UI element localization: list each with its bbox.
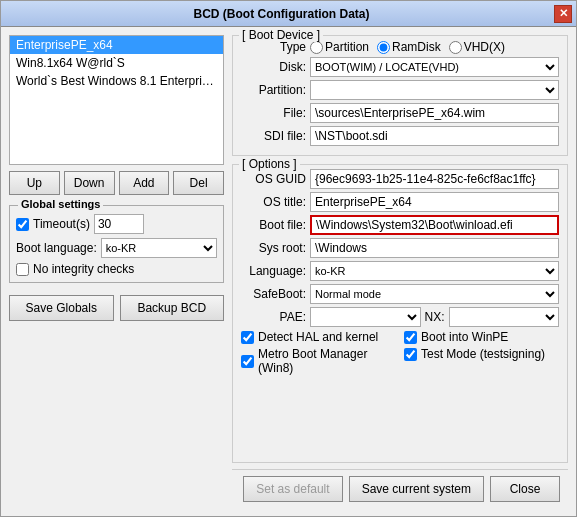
boot-language-label: Boot language: <box>16 241 97 255</box>
timeout-label: Timeout(s) <box>33 217 90 231</box>
metro-boot-label[interactable]: Metro Boot Manager (Win8) <box>241 347 396 375</box>
no-integrity-checkbox[interactable] <box>16 263 29 276</box>
pae-label: PAE: <box>241 310 306 324</box>
safeboot-row: SafeBoot: Normal mode <box>241 284 559 304</box>
boot-file-row: Boot file: <box>241 215 559 235</box>
test-mode-text: Test Mode (testsigning) <box>421 347 545 361</box>
partition-label: Partition: <box>241 83 306 97</box>
disk-label: Disk: <box>241 60 306 74</box>
boot-file-input[interactable] <box>310 215 559 235</box>
ramdisk-option: RamDisk <box>392 40 441 54</box>
partition-radio[interactable] <box>310 41 323 54</box>
options-title: [ Options ] <box>239 157 300 171</box>
ramdisk-radio[interactable] <box>377 41 390 54</box>
main-window: BCD (Boot Configuration Data) ✕ Enterpri… <box>0 0 577 517</box>
down-button[interactable]: Down <box>64 171 115 195</box>
right-panel: [ Boot Device ] Type Partition RamDisk <box>232 35 568 508</box>
os-title-label: OS title: <box>241 195 306 209</box>
os-guid-label: OS GUID <box>241 172 306 186</box>
pae-nx-row: PAE: NX: <box>241 307 559 327</box>
list-item[interactable]: World`s Best Windows 8.1 Enterprise PE ( <box>10 72 223 90</box>
partition-radio-label[interactable]: Partition <box>310 40 369 54</box>
test-mode-label[interactable]: Test Mode (testsigning) <box>404 347 559 361</box>
boot-language-select[interactable]: ko-KR <box>101 238 217 258</box>
del-button[interactable]: Del <box>173 171 224 195</box>
sys-root-input[interactable] <box>310 238 559 258</box>
os-title-input[interactable] <box>310 192 559 212</box>
checkboxes-row1: Detect HAL and kernel Metro Boot Manager… <box>241 330 559 375</box>
global-settings-title: Global settings <box>18 198 103 210</box>
right-checkboxes: Boot into WinPE Test Mode (testsigning) <box>404 330 559 375</box>
language-select[interactable]: ko-KR <box>310 261 559 281</box>
detect-hal-text: Detect HAL and kernel <box>258 330 378 344</box>
type-label: Type <box>241 40 306 54</box>
file-label: File: <box>241 106 306 120</box>
sdi-input[interactable] <box>310 126 559 146</box>
metro-boot-text: Metro Boot Manager (Win8) <box>258 347 396 375</box>
bottom-buttons: Save Globals Backup BCD <box>9 295 224 321</box>
list-item[interactable]: EnterprisePE_x64 <box>10 36 223 54</box>
no-integrity-row: No integrity checks <box>16 262 217 276</box>
left-panel: EnterprisePE_x64 Win8.1x64 W@rld`S World… <box>9 35 224 508</box>
close-button[interactable]: ✕ <box>554 5 572 23</box>
file-row: File: <box>241 103 559 123</box>
list-item[interactable]: Win8.1x64 W@rld`S <box>10 54 223 72</box>
backup-bcd-button[interactable]: Backup BCD <box>120 295 225 321</box>
safeboot-select[interactable]: Normal mode <box>310 284 559 304</box>
partition-select[interactable] <box>310 80 559 100</box>
type-radio-group: Partition RamDisk VHD(X) <box>310 40 559 54</box>
sys-root-row: Sys root: <box>241 238 559 258</box>
pae-select[interactable] <box>310 307 421 327</box>
language-row: Language: ko-KR <box>241 261 559 281</box>
test-mode-checkbox[interactable] <box>404 348 417 361</box>
boot-entries-list[interactable]: EnterprisePE_x64 Win8.1x64 W@rld`S World… <box>9 35 224 165</box>
os-guid-input[interactable] <box>310 169 559 189</box>
list-controls: Up Down Add Del <box>9 171 224 195</box>
vhd-radio[interactable] <box>449 41 462 54</box>
timeout-checkbox[interactable] <box>16 218 29 231</box>
partition-row: Partition: <box>241 80 559 100</box>
boot-file-label: Boot file: <box>241 218 306 232</box>
type-row: Type Partition RamDisk VHD(X) <box>241 40 559 54</box>
disk-row: Disk: BOOT(WIM) / LOCATE(VHD) <box>241 57 559 77</box>
detect-hal-checkbox[interactable] <box>241 331 254 344</box>
boot-winpe-text: Boot into WinPE <box>421 330 508 344</box>
detect-hal-label[interactable]: Detect HAL and kernel <box>241 330 396 344</box>
boot-winpe-label[interactable]: Boot into WinPE <box>404 330 559 344</box>
boot-language-row: Boot language: ko-KR <box>16 238 217 258</box>
language-label: Language: <box>241 264 306 278</box>
boot-device-title: [ Boot Device ] <box>239 28 323 42</box>
close-action-button[interactable]: Close <box>490 476 560 502</box>
sdi-label: SDI file: <box>241 129 306 143</box>
vhd-radio-label[interactable]: VHD(X) <box>449 40 505 54</box>
nx-text: NX: <box>425 310 445 324</box>
file-input[interactable] <box>310 103 559 123</box>
timeout-input[interactable] <box>94 214 144 234</box>
window-title: BCD (Boot Configuration Data) <box>9 7 554 21</box>
ramdisk-radio-label[interactable]: RamDisk <box>377 40 441 54</box>
partition-option: Partition <box>325 40 369 54</box>
sdi-row: SDI file: <box>241 126 559 146</box>
save-current-button[interactable]: Save current system <box>349 476 484 502</box>
metro-boot-checkbox[interactable] <box>241 355 254 368</box>
boot-winpe-checkbox[interactable] <box>404 331 417 344</box>
main-content: EnterprisePE_x64 Win8.1x64 W@rld`S World… <box>1 27 576 516</box>
save-globals-button[interactable]: Save Globals <box>9 295 114 321</box>
titlebar: BCD (Boot Configuration Data) ✕ <box>1 1 576 27</box>
options-section: [ Options ] OS GUID OS title: Boot file: <box>232 164 568 463</box>
disk-select[interactable]: BOOT(WIM) / LOCATE(VHD) <box>310 57 559 77</box>
up-button[interactable]: Up <box>9 171 60 195</box>
add-button[interactable]: Add <box>119 171 170 195</box>
sys-root-label: Sys root: <box>241 241 306 255</box>
left-checkboxes: Detect HAL and kernel Metro Boot Manager… <box>241 330 396 375</box>
no-integrity-label: No integrity checks <box>33 262 134 276</box>
global-settings-group: Global settings Timeout(s) Boot language… <box>9 205 224 283</box>
nx-select[interactable] <box>449 307 560 327</box>
os-guid-row: OS GUID <box>241 169 559 189</box>
nx-label: NX: <box>425 310 445 324</box>
set-default-button[interactable]: Set as default <box>243 476 342 502</box>
os-title-row: OS title: <box>241 192 559 212</box>
timeout-row: Timeout(s) <box>16 214 217 234</box>
vhd-option: VHD(X) <box>464 40 505 54</box>
safeboot-label: SafeBoot: <box>241 287 306 301</box>
